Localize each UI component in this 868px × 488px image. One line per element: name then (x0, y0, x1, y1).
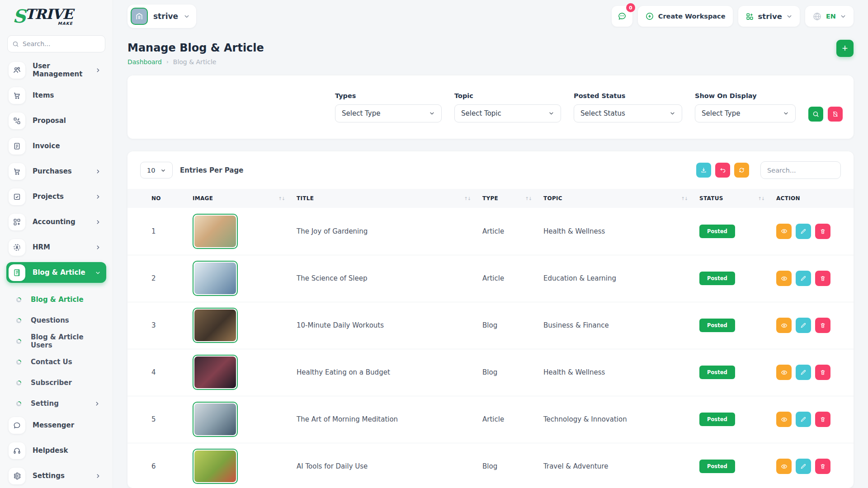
row-image[interactable] (193, 355, 238, 390)
view-button[interactable] (776, 318, 792, 333)
status-badge[interactable]: Posted (699, 460, 735, 473)
delete-button[interactable] (815, 318, 830, 333)
delete-button[interactable] (815, 412, 830, 427)
download-icon (700, 167, 707, 174)
subnav-questions[interactable]: Questions (6, 310, 106, 331)
refresh-button[interactable] (734, 163, 749, 178)
status-select[interactable]: Select Status (574, 104, 682, 122)
filter-types: Types Select Type (335, 92, 442, 122)
row-image[interactable] (193, 261, 238, 296)
pencil-icon (800, 275, 807, 282)
col-title[interactable]: TITLE↑↓ (297, 189, 482, 208)
row-image[interactable] (193, 308, 238, 343)
breadcrumb-dashboard-link[interactable]: Dashboard (127, 58, 162, 66)
subnav-blog-article-users[interactable]: Blog & Article Users (6, 331, 106, 352)
add-new-button[interactable]: + (836, 40, 854, 57)
workspace-building-icon (131, 8, 148, 25)
subnav-contact-us[interactable]: Contact Us (6, 352, 106, 372)
headset-icon (9, 442, 25, 459)
undo-icon (719, 167, 726, 174)
edit-button[interactable] (796, 318, 811, 333)
filter-search-button[interactable] (808, 107, 823, 122)
workspace-selector[interactable]: strive (127, 5, 196, 28)
status-badge[interactable]: Posted (699, 272, 735, 285)
col-image[interactable]: IMAGE↑↓ (193, 189, 297, 208)
row-title: The Science of Sleep (297, 255, 482, 302)
sidebar-item-settings[interactable]: Settings (6, 465, 106, 486)
trash-icon (820, 322, 826, 328)
sidebar-item-messenger[interactable]: Messenger (6, 415, 106, 436)
undo-button[interactable] (715, 163, 730, 178)
entries-per-page-select[interactable]: 10 (140, 162, 173, 178)
sidebar-search-input[interactable] (23, 40, 100, 47)
messages-button[interactable]: 0 (612, 6, 632, 27)
subnav-subscriber[interactable]: Subscriber (6, 372, 106, 393)
organization-button[interactable]: strive (738, 6, 800, 27)
main-area: strive 0 Create Workspace strive (113, 0, 868, 488)
edit-button[interactable] (796, 271, 811, 286)
sidebar-item-blog-article[interactable]: Blog & Article (6, 262, 106, 283)
chevron-right-icon (95, 244, 101, 250)
sort-icon[interactable]: ↑↓ (278, 196, 285, 201)
sidebar-item-helpdesk[interactable]: Helpdesk (6, 440, 106, 461)
types-select-value: Select Type (342, 109, 381, 117)
types-select[interactable]: Select Type (335, 104, 442, 122)
search-icon (12, 41, 19, 47)
delete-button[interactable] (815, 271, 830, 286)
view-button[interactable] (776, 459, 792, 474)
sidebar-item-purchases[interactable]: Purchases (6, 161, 106, 182)
table-search-input[interactable] (760, 161, 841, 179)
topic-select[interactable]: Select Topic (454, 104, 561, 122)
sidebar-item-user-management[interactable]: User Management (6, 60, 106, 80)
status-badge[interactable]: Posted (699, 319, 735, 332)
subnav-blog-article[interactable]: Blog & Article (6, 289, 106, 310)
delete-button[interactable] (815, 459, 830, 474)
filter-clear-button[interactable] (828, 107, 843, 122)
edit-button[interactable] (796, 412, 811, 427)
sort-icon[interactable]: ↑↓ (464, 196, 471, 201)
sidebar-item-invoice[interactable]: Invoice (6, 136, 106, 156)
col-status[interactable]: STATUS↑↓ (699, 189, 776, 208)
filter-show-on-display: Show On Display Select Type (695, 92, 796, 122)
sort-icon[interactable]: ↑↓ (525, 196, 532, 201)
sidebar-item-projects[interactable]: Projects (6, 186, 106, 207)
view-button[interactable] (776, 412, 792, 427)
create-workspace-button[interactable]: Create Workspace (638, 6, 733, 27)
chevron-right-icon (95, 194, 101, 200)
view-button[interactable] (776, 224, 792, 239)
status-badge[interactable]: Posted (699, 225, 735, 238)
row-image[interactable] (193, 214, 238, 249)
col-type[interactable]: TYPE↑↓ (482, 189, 543, 208)
row-image[interactable] (193, 402, 238, 437)
sidebar-item-accounting[interactable]: Accounting (6, 211, 106, 232)
trash-icon (820, 463, 826, 469)
row-title: The Art of Morning Meditation (297, 396, 482, 443)
pencil-icon (800, 416, 807, 422)
status-badge[interactable]: Posted (699, 366, 735, 379)
sidebar-search[interactable] (7, 35, 105, 52)
subnav-setting[interactable]: Setting (6, 393, 106, 414)
status-badge[interactable]: Posted (699, 413, 735, 426)
sidebar-item-label: Settings (33, 472, 65, 480)
edit-button[interactable] (796, 224, 811, 239)
sidebar-item-proposal[interactable]: Proposal (6, 110, 106, 131)
sort-icon[interactable]: ↑↓ (758, 196, 764, 201)
sort-icon[interactable]: ↑↓ (681, 196, 688, 201)
sidebar-item-label: Blog & Article (33, 268, 85, 277)
language-selector[interactable]: EN (805, 6, 854, 27)
col-topic[interactable]: TOPIC↑↓ (543, 189, 699, 208)
chat-icon (9, 417, 25, 434)
sidebar-item-items[interactable]: Items (6, 85, 106, 106)
view-button[interactable] (776, 271, 792, 286)
export-button[interactable] (696, 163, 711, 178)
sidebar-item-hrm[interactable]: HRM (6, 237, 106, 258)
delete-button[interactable] (815, 224, 830, 239)
sidebar-item-label: Purchases (33, 167, 72, 175)
edit-button[interactable] (796, 459, 811, 474)
edit-button[interactable] (796, 365, 811, 380)
row-image[interactable] (193, 449, 238, 484)
table-row: 2 The Science of Sleep Article Education… (127, 255, 854, 302)
delete-button[interactable] (815, 365, 830, 380)
view-button[interactable] (776, 365, 792, 380)
display-select[interactable]: Select Type (695, 104, 796, 122)
